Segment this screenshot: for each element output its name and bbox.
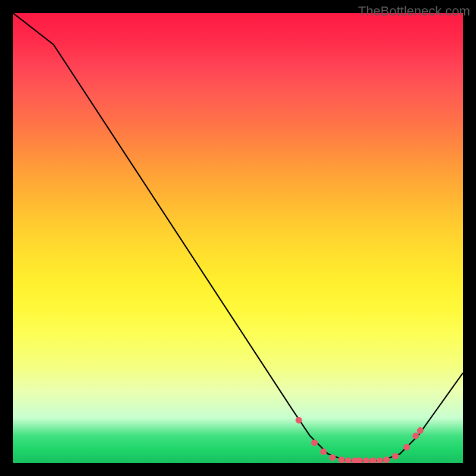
data-point <box>383 456 390 463</box>
data-point <box>345 458 352 463</box>
data-point <box>329 454 336 461</box>
data-point <box>363 458 369 463</box>
data-point <box>417 427 424 434</box>
chart-svg <box>13 13 463 463</box>
data-point <box>403 444 410 450</box>
data-point <box>338 456 345 463</box>
data-point <box>369 458 376 463</box>
plot-area <box>13 13 463 463</box>
marker-group <box>296 417 424 463</box>
data-point <box>392 453 399 459</box>
data-point <box>296 417 302 424</box>
data-point <box>412 433 419 439</box>
watermark-text: TheBottleneck.com <box>358 4 470 19</box>
data-point <box>311 440 318 446</box>
bottleneck-curve <box>13 13 463 461</box>
data-point <box>377 458 383 463</box>
data-point <box>320 449 327 455</box>
